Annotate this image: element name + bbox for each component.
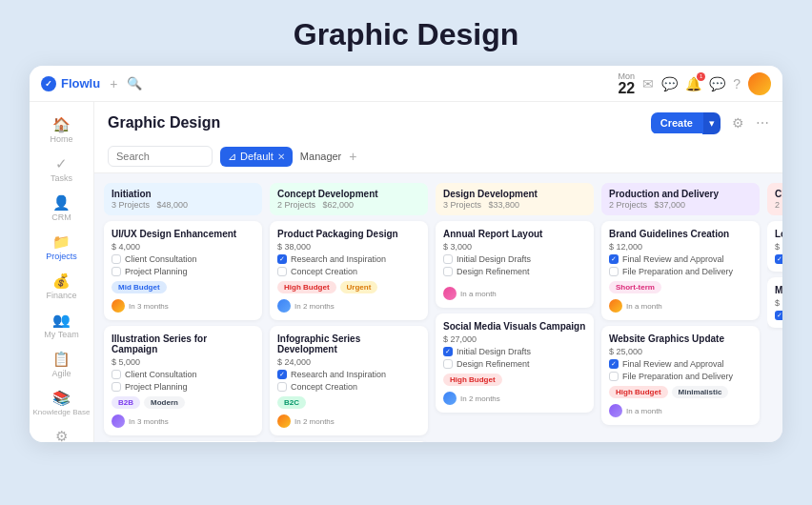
- card-title-annual: Annual Report Layout: [443, 229, 586, 239]
- task-check-lo1: [775, 254, 782, 264]
- agile-icon: 📋: [52, 351, 71, 368]
- card-footer-uiux: In 3 months: [112, 299, 254, 313]
- add-button[interactable]: +: [110, 76, 117, 91]
- task-check-2: [112, 267, 121, 276]
- card-catalog[interactable]: Catalog Design: [104, 441, 262, 442]
- card-title-website: Website Graphics Update: [609, 333, 752, 344]
- content-title: Graphic Design: [108, 114, 220, 131]
- sidebar-label-tasks: Tasks: [51, 173, 72, 183]
- search-input[interactable]: [108, 146, 213, 167]
- card-newsletter[interactable]: Newsletter Template Design: [270, 441, 428, 442]
- card-amount-mi: $ ...: [775, 298, 782, 308]
- card-task-16: File Preparation and Delivery: [609, 372, 752, 381]
- tag-b2b: B2B: [112, 396, 140, 409]
- tag-modern: Modern: [144, 396, 185, 409]
- card-mi[interactable]: Mi... $ ...: [767, 277, 782, 328]
- card-avatar-social: [443, 392, 457, 405]
- card-task-6: Concept Creation: [277, 267, 420, 276]
- task-check-4: [112, 382, 121, 392]
- col-meta-production: 2 Projects $37,000: [609, 200, 752, 210]
- main-area: Flowlu + 🔍 Mon 22 ✉ 💬 🔔 1 💬 ?: [30, 66, 782, 442]
- kanban-column-initiation: Initiation 3 Projects $48,000 UI/UX Desi…: [104, 183, 262, 433]
- create-dropdown-button[interactable]: ▾: [702, 112, 721, 134]
- card-title-lo: Lo...: [775, 229, 782, 239]
- col-title-concept: Concept Development: [277, 189, 420, 199]
- top-bar: Flowlu + 🔍 Mon 22 ✉ 💬 🔔 1 💬 ?: [30, 66, 782, 102]
- search-icon[interactable]: 🔍: [127, 76, 142, 91]
- knowledge-icon: 📚: [52, 390, 71, 407]
- card-lo[interactable]: Lo... $ ...: [767, 221, 782, 272]
- avatar[interactable]: [748, 72, 771, 95]
- tag-high-budget-website: High Budget: [609, 386, 668, 398]
- filter-default-button[interactable]: ⊿ Default ✕: [220, 147, 293, 167]
- create-button-group: Create ▾: [651, 112, 721, 134]
- card-website[interactable]: Website Graphics Update $ 25,000 Final R…: [601, 326, 760, 425]
- help-icon[interactable]: ?: [733, 76, 741, 91]
- card-illustration[interactable]: Illustration Series for Campaign $ 5,000…: [104, 326, 262, 435]
- filter-bar: ⊿ Default ✕ Manager +: [94, 140, 782, 173]
- card-footer-illustration: In 3 months: [112, 414, 254, 428]
- card-avatar-uiux: [112, 299, 125, 313]
- tag-high-budget-packaging: High Budget: [277, 281, 336, 293]
- more-options-icon[interactable]: ⋯: [756, 115, 769, 131]
- sidebar-item-home[interactable]: 🏠 Home: [30, 111, 93, 149]
- card-time-annual: In a month: [460, 290, 497, 298]
- card-tags-uiux: Mid Budget: [112, 281, 254, 293]
- card-avatar-website: [609, 404, 622, 417]
- projects-icon: 📁: [52, 233, 71, 251]
- myteam-icon: 👥: [52, 312, 71, 329]
- col-meta-other: 2 P: [775, 200, 782, 210]
- filter-icon: ⊿: [228, 151, 236, 163]
- card-footer-website: In a month: [609, 404, 752, 417]
- date-num: 22: [618, 81, 635, 96]
- messages-icon[interactable]: 💬: [709, 76, 725, 91]
- notification-icon[interactable]: 🔔 1: [685, 76, 701, 91]
- sidebar-item-projects[interactable]: 📁 Projects: [30, 229, 93, 266]
- card-packaging[interactable]: Product Packaging Design $ 38,000 Resear…: [270, 221, 428, 320]
- column-header-concept: Concept Development 2 Projects $62,000: [270, 183, 428, 215]
- logo-icon: [41, 76, 56, 91]
- business-icon: ⚙: [55, 428, 68, 442]
- card-task-11: Initial Design Drafts: [443, 347, 586, 356]
- kanban-column-design: Design Development 3 Projects $33,800 An…: [436, 183, 594, 433]
- sidebar-item-business[interactable]: ⚙ Business Processes: [30, 423, 93, 442]
- sidebar-item-tasks[interactable]: ✓ Tasks: [30, 151, 93, 188]
- sidebar-item-agile[interactable]: 📋 Agile: [30, 346, 93, 383]
- card-brand[interactable]: Brand Guidelines Creation $ 12,000 Final…: [601, 221, 760, 320]
- task-check-12: [443, 359, 453, 369]
- sidebar-item-myteam[interactable]: 👥 My Team: [30, 307, 93, 344]
- column-header-production: Production and Delivery 2 Projects $37,0…: [601, 183, 760, 215]
- home-icon: 🏠: [52, 116, 71, 133]
- card-task-lo1: [775, 254, 782, 264]
- card-amount-social: $ 27,000: [443, 334, 586, 344]
- app-logo[interactable]: Flowlu: [41, 76, 100, 91]
- sidebar-item-knowledge[interactable]: 📚 Knowledge Base: [30, 385, 93, 421]
- card-uiux[interactable]: UI/UX Design Enhancement $ 4,000 Client …: [104, 221, 262, 320]
- tag-high-budget-social: High Budget: [443, 374, 502, 386]
- manager-button[interactable]: Manager: [300, 151, 341, 162]
- filter-clear-icon[interactable]: ✕: [277, 152, 285, 162]
- app-window: Flowlu + 🔍 Mon 22 ✉ 💬 🔔 1 💬 ?: [30, 66, 782, 442]
- task-check-14: [609, 267, 619, 276]
- task-check-mi1: [775, 311, 782, 320]
- mail-icon[interactable]: ✉: [642, 76, 654, 91]
- card-annual[interactable]: Annual Report Layout $ 3,000 Initial Des…: [436, 221, 594, 308]
- sidebar-item-crm[interactable]: 👤 CRM: [30, 190, 93, 227]
- card-avatar-annual: [443, 287, 457, 300]
- tag-mid-budget: Mid Budget: [112, 281, 167, 293]
- card-title-illustration: Illustration Series for Campaign: [112, 333, 254, 354]
- date-day: Mon: [619, 71, 636, 81]
- sidebar-item-finance[interactable]: 💰 Finance: [30, 268, 93, 305]
- task-check-10: [443, 267, 453, 276]
- create-button[interactable]: Create: [651, 112, 702, 133]
- card-tags-social: High Budget: [443, 374, 586, 386]
- card-social[interactable]: Social Media Visuals Campaign $ 27,000 I…: [436, 313, 594, 413]
- card-task-4: Project Planning: [112, 382, 254, 392]
- sidebar-label-myteam: My Team: [44, 330, 78, 339]
- task-check-3: [112, 370, 121, 379]
- logo-text: Flowlu: [61, 76, 100, 91]
- chat-icon[interactable]: 💬: [661, 76, 678, 91]
- settings-icon[interactable]: ⚙: [728, 111, 748, 134]
- add-filter-button[interactable]: +: [349, 149, 356, 164]
- card-infographic[interactable]: Infographic Series Development $ 24,000 …: [270, 326, 428, 435]
